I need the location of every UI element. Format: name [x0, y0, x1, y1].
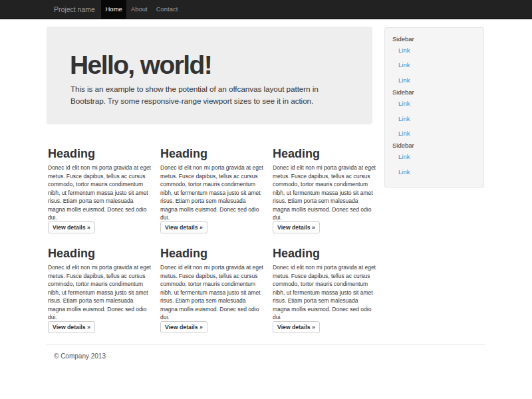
card-body-text: Donec id elit non mi porta gravida at eg… [48, 263, 152, 322]
content-card: Heading Donec id elit non mi porta gravi… [273, 247, 376, 334]
sidebar-link[interactable]: Link [392, 150, 483, 165]
card-heading: Heading [48, 247, 152, 260]
card-body-text: Donec id elit non mi porta gravida at eg… [160, 263, 264, 322]
view-details-button[interactable]: View details » [273, 321, 320, 333]
brand-link[interactable]: Project name [54, 0, 95, 19]
content-card: Heading Donec id elit non mi porta gravi… [160, 147, 264, 235]
sidebar-group-heading: Sidebar [392, 35, 483, 43]
card-body-text: Donec id elit non mi porta gravida at eg… [48, 164, 152, 222]
nav-item-contact[interactable]: Contact [152, 0, 182, 19]
sidebar: SidebarLinkLinkLinkSidebarLinkLinkLinkSi… [384, 27, 484, 188]
sidebar-group-heading: Sidebar [392, 142, 483, 150]
sidebar-link[interactable]: Link [392, 126, 483, 142]
card-body-text: Donec id elit non mi porta gravida at eg… [160, 164, 264, 222]
jumbotron-description: This is an example to show the potential… [70, 83, 336, 107]
navbar-nav: HomeAboutContact [101, 0, 182, 19]
view-details-button[interactable]: View details » [160, 221, 207, 233]
view-details-button[interactable]: View details » [273, 221, 320, 233]
sidebar-link[interactable]: Link [392, 165, 483, 180]
content-card: Heading Donec id elit non mi porta gravi… [48, 147, 152, 235]
nav-item-home[interactable]: Home [101, 0, 126, 19]
content-card: Heading Donec id elit non mi porta gravi… [160, 247, 264, 334]
view-details-button[interactable]: View details » [160, 321, 207, 333]
card-heading: Heading [273, 247, 376, 260]
card-body-text: Donec id elit non mi porta gravida at eg… [273, 164, 376, 222]
card-heading: Heading [48, 147, 152, 160]
sidebar-link[interactable]: Link [392, 96, 483, 112]
content-card: Heading Donec id elit non mi porta gravi… [48, 247, 152, 334]
card-heading: Heading [273, 147, 376, 160]
card-heading: Heading [160, 247, 264, 260]
nav-item-about[interactable]: About [126, 0, 152, 19]
view-details-button[interactable]: View details » [48, 221, 95, 233]
jumbotron: Hello, world! This is an example to show… [47, 27, 372, 124]
footer-divider [47, 344, 485, 345]
content-card: Heading Donec id elit non mi porta gravi… [273, 147, 376, 235]
card-heading: Heading [160, 147, 264, 160]
jumbotron-title: Hello, world! [70, 52, 346, 78]
card-body-text: Donec id elit non mi porta gravida at eg… [273, 263, 376, 322]
sidebar-link[interactable]: Link [392, 58, 483, 73]
copyright-text: © Company 2013 [54, 352, 532, 360]
sidebar-group-heading: Sidebar [392, 88, 483, 96]
view-details-button[interactable]: View details » [48, 321, 95, 333]
sidebar-link[interactable]: Link [392, 112, 483, 127]
sidebar-link[interactable]: Link [392, 73, 483, 88]
sidebar-link[interactable]: Link [392, 43, 483, 59]
navbar: Project name HomeAboutContact [0, 0, 532, 19]
footer: © Company 2013 [0, 344, 532, 360]
